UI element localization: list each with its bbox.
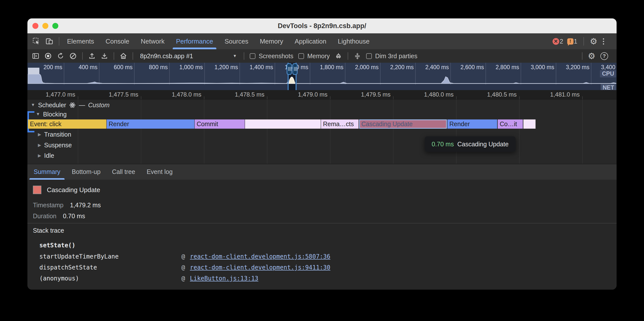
collapse-flame-icon[interactable] <box>354 52 361 60</box>
flame-bar-render[interactable]: Render <box>447 120 497 129</box>
selection-left-handle[interactable] <box>286 63 292 75</box>
minimize-window-button[interactable] <box>42 23 48 29</box>
timeline-overview[interactable]: 200 ms400 ms600 ms800 ms1,000 ms1,200 ms… <box>28 63 616 90</box>
selection-right-handle[interactable] <box>292 63 298 75</box>
stack-frame-anonymous: (anonymous)@LikeButton.js:13:13 <box>28 273 616 284</box>
stack-trace-heading: Stack trace <box>33 227 64 234</box>
screenshots-checkbox[interactable] <box>250 53 256 59</box>
track-group-blocking[interactable]: ▼ Blocking <box>36 110 66 119</box>
dim-3rd-parties-checkbox-wrap[interactable]: Dim 3rd parties <box>366 52 418 60</box>
suspense-group-label: Suspense <box>44 142 72 149</box>
tab-performance[interactable]: Performance <box>170 33 219 49</box>
clear-icon[interactable] <box>69 52 77 60</box>
error-count: 2 <box>560 38 563 45</box>
stack-frame-function: startUpdateTimerByLane <box>40 253 119 260</box>
track-group-idle[interactable]: ▶ Idle <box>38 151 54 160</box>
screenshots-label: Screenshots <box>259 52 293 60</box>
details-tab-bottom-up[interactable]: Bottom-up <box>66 164 106 180</box>
expand-triangle-icon[interactable]: ▶ <box>38 143 41 148</box>
zoom-window-button[interactable] <box>52 23 58 29</box>
memory-checkbox[interactable] <box>298 53 304 59</box>
reload-record-icon[interactable] <box>57 52 64 60</box>
details-tab-summary[interactable]: Summary <box>28 164 66 180</box>
collapse-triangle-icon[interactable]: ▼ <box>31 103 35 108</box>
tab-elements[interactable]: Elements <box>61 33 100 49</box>
track-gridline <box>330 100 330 164</box>
flame-tooltip: 0.70 ms Cascading Update <box>425 136 516 152</box>
settings-gear-icon[interactable]: ⚙ <box>590 37 598 45</box>
issues-count: 1 <box>574 38 578 45</box>
traffic-lights <box>32 23 58 29</box>
toolbar-separator <box>132 52 133 60</box>
flame-bar-rema-cts[interactable]: Rema…cts <box>321 120 359 129</box>
blocking-group-label: Blocking <box>43 111 67 118</box>
close-window-button[interactable] <box>32 23 38 29</box>
stack-frame-startupdatetimerbylane: startUpdateTimerByLane@react-dom-client.… <box>28 251 616 262</box>
stack-frame-source-link[interactable]: react-dom-client.development.js:9411:30 <box>190 264 330 271</box>
ruler-tick-label: 1,480.5 ms <box>472 91 517 98</box>
expand-triangle-icon[interactable]: ▶ <box>38 132 41 137</box>
screenshots-checkbox-wrap[interactable]: Screenshots <box>250 52 293 60</box>
summary-row-value: 0.70 ms <box>63 212 85 220</box>
ruler-tick-mark <box>330 96 330 99</box>
ruler-tick-mark <box>393 96 394 99</box>
stack-frame-at: @ <box>182 253 185 260</box>
flame-bar[interactable] <box>523 120 536 129</box>
ruler-tick-label: 1,477.5 ms <box>94 91 138 98</box>
tab-console[interactable]: Console <box>100 33 135 49</box>
error-badge[interactable]: ✕ 2 <box>552 38 563 45</box>
track-header-scheduler[interactable]: ▼ Scheduler — Custom <box>31 101 110 110</box>
flame-bar-event-click[interactable]: Event: click <box>28 120 106 129</box>
ruler-tick-mark <box>204 96 204 99</box>
devtools-window: DevTools - 8p2n9n.csb.app/ ElementsConso… <box>28 18 616 290</box>
capture-settings-gear-icon[interactable]: ⚙ <box>588 52 596 60</box>
dim-3rd-parties-checkbox[interactable] <box>366 53 372 59</box>
collapse-triangle-icon[interactable]: ▼ <box>36 112 40 117</box>
toolbar-separator <box>114 52 114 60</box>
details-tab-call-tree[interactable]: Call tree <box>106 164 141 180</box>
track-group-transition[interactable]: ▶ Transition <box>38 130 71 139</box>
more-options-kebab-icon[interactable] <box>602 37 606 45</box>
issues-badge[interactable]: ! 1 <box>567 38 578 45</box>
tabbar-left-icons <box>32 37 53 45</box>
details-tab-event-log[interactable]: Event log <box>141 164 178 180</box>
memory-checkbox-wrap[interactable]: Memory <box>298 52 330 60</box>
flame-bar-commit[interactable]: Commit <box>195 120 245 129</box>
transition-group-label: Transition <box>44 131 71 138</box>
tab-memory[interactable]: Memory <box>254 33 289 49</box>
flame-bar[interactable] <box>245 120 321 129</box>
ruler-tick-mark <box>456 96 456 99</box>
stack-root-frame: setState() <box>40 242 76 249</box>
toolbar-separator <box>82 52 83 60</box>
toggle-sidebar-icon[interactable] <box>32 52 40 60</box>
upload-profile-icon[interactable] <box>88 52 96 60</box>
record-button[interactable] <box>44 52 52 60</box>
scheduler-track-label: Scheduler <box>38 102 66 109</box>
inspect-element-icon[interactable] <box>32 37 40 45</box>
track-gridline <box>519 100 520 164</box>
history-selector[interactable]: 8p2n9n.csb.app #1 ▼ <box>138 52 238 60</box>
flame-bar-render[interactable]: Render <box>107 120 194 129</box>
device-toolbar-icon[interactable] <box>45 37 53 45</box>
tab-sources[interactable]: Sources <box>219 33 254 49</box>
timeline-ruler[interactable]: 1,477.0 ms1,477.5 ms1,478.0 ms1,478.5 ms… <box>28 90 616 100</box>
help-icon[interactable]: ? <box>600 52 608 60</box>
tab-network[interactable]: Network <box>135 33 170 49</box>
collect-garbage-icon[interactable] <box>335 52 342 60</box>
home-icon[interactable] <box>120 52 127 60</box>
download-profile-icon[interactable] <box>101 52 108 60</box>
tab-application[interactable]: Application <box>289 33 332 49</box>
window-titlebar[interactable]: DevTools - 8p2n9n.csb.app/ <box>28 18 616 33</box>
flame-bar-co-it[interactable]: Co…it <box>498 120 523 129</box>
tab-lighthouse[interactable]: Lighthouse <box>332 33 375 49</box>
stack-frame-source-link[interactable]: LikeButton.js:13:13 <box>190 275 258 282</box>
flame-bar-cascading-update[interactable]: Cascading Update <box>359 120 447 129</box>
flame-chart-area[interactable]: ▼ Scheduler — Custom ▼ Blocking Event: c… <box>28 100 616 164</box>
ruler-tick-label: 1,480.0 ms <box>409 91 454 98</box>
expand-triangle-icon[interactable]: ▶ <box>38 153 41 158</box>
network-overview-lane <box>28 85 616 90</box>
ruler-tick-label: 1,477.0 ms <box>30 91 75 98</box>
track-group-suspense[interactable]: ▶ Suspense <box>38 141 72 150</box>
summary-row-label: Timestamp <box>33 201 64 209</box>
stack-frame-source-link[interactable]: react-dom-client.development.js:5807:36 <box>190 253 330 260</box>
